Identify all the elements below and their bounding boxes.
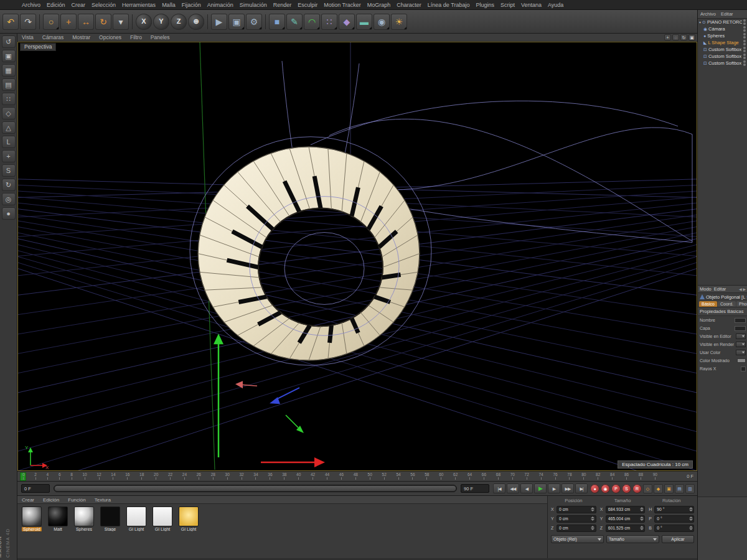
attr-select-usar-color[interactable]	[736, 350, 746, 355]
start-frame-field[interactable]: 0 F	[21, 484, 50, 493]
menu-archivo[interactable]: Archivo	[19, 1, 44, 9]
menu-animaci-n[interactable]: Animación	[204, 1, 237, 9]
stepper-arrows[interactable]	[639, 526, 644, 530]
material-gi-light-4[interactable]: GI Light	[125, 506, 148, 531]
object-row-custom-softbox-4[interactable]: ⊡Custom Softbox	[698, 46, 747, 53]
viewport-label[interactable]: Perspectiva	[20, 43, 56, 51]
attr-input-capa[interactable]	[735, 326, 746, 331]
material-thumbnail[interactable]	[100, 506, 120, 526]
stepper-down-icon[interactable]	[591, 528, 594, 530]
editor-visibility-dot[interactable]	[743, 33, 746, 35]
render-visibility-dot[interactable]	[743, 63, 746, 66]
coord-value-field[interactable]: 601.525 cm	[606, 525, 646, 532]
perspective-viewport[interactable]: YX Perspectiva Espaciado Cuadrícula : 10…	[17, 42, 697, 471]
add-modifier[interactable]: ∷	[321, 14, 337, 30]
menu-malla[interactable]: Malla	[159, 1, 179, 9]
stepper-down-icon[interactable]	[689, 519, 693, 521]
stepper-down-icon[interactable]	[640, 528, 644, 530]
object-manager-menu-editar[interactable]: Editar	[718, 11, 736, 17]
points-mode[interactable]: ∷	[2, 93, 16, 105]
expand-arrow-icon[interactable]: ▾	[699, 20, 701, 24]
lock-y-axis[interactable]: Y	[153, 14, 169, 30]
menu-simulaci-n[interactable]: Simulación	[237, 1, 270, 9]
attr-tab-phong[interactable]: Phong	[736, 301, 747, 307]
stepper-arrows[interactable]	[639, 507, 644, 511]
zoom-view[interactable]: ◌	[672, 34, 679, 40]
3d-scene-canvas[interactable]: YX	[18, 42, 697, 470]
coord-value-field[interactable]: 0 cm	[557, 506, 596, 513]
motion-mode[interactable]: ▥	[685, 484, 695, 493]
pan-view[interactable]: +	[664, 34, 671, 40]
coordinate-system[interactable]: ⊕	[188, 14, 204, 30]
stepper-up-icon[interactable]	[640, 526, 644, 528]
attr-tab-coord[interactable]: Coord.	[718, 301, 736, 307]
record-position[interactable]: P	[611, 484, 621, 493]
coord-value-field[interactable]: 90 °	[654, 506, 694, 513]
editor-visibility-dot[interactable]	[743, 54, 746, 56]
scale-tool[interactable]: ↔	[78, 14, 94, 30]
workplane-mode[interactable]: ▤	[2, 78, 16, 91]
rotate-view[interactable]: ↻	[680, 34, 687, 40]
menu-herramientas[interactable]: Herramientas	[119, 1, 159, 9]
viewport-menu-opciones[interactable]: Opciones	[95, 34, 126, 40]
attr-select-visible-en-render[interactable]	[736, 342, 746, 347]
record-scale[interactable]: S	[622, 484, 631, 493]
stepper-down-icon[interactable]	[689, 528, 693, 530]
material-thumbnail[interactable]	[48, 506, 68, 526]
enable-axis-modify[interactable]: +	[2, 150, 16, 162]
stepper-arrows[interactable]	[688, 526, 693, 530]
editor-visibility-dot[interactable]	[743, 40, 746, 42]
goto-end[interactable]: ▶|	[575, 483, 588, 493]
materials-menu-textura[interactable]: Textura	[90, 497, 115, 503]
viewport-menu-vista[interactable]: Vista	[17, 34, 38, 40]
attr-checkbox-rayos-x[interactable]	[741, 366, 746, 371]
next-key[interactable]: ▶▶	[561, 483, 574, 493]
lock-x-axis[interactable]: X	[136, 14, 152, 30]
record-keyframe[interactable]: ●	[590, 484, 599, 493]
record-parameter[interactable]: ◇	[643, 484, 652, 493]
stepper-arrows[interactable]	[591, 526, 595, 530]
object-row-custom-softbox-5[interactable]: ⊡Custom Softbox	[698, 53, 747, 60]
stepper-up-icon[interactable]	[689, 526, 693, 528]
stepper-up-icon[interactable]	[640, 507, 644, 509]
render-visibility-dot[interactable]	[743, 29, 746, 32]
render-view[interactable]: ▶	[211, 14, 227, 30]
material-stage-3[interactable]: Stage	[98, 506, 122, 531]
attr-select-visible-en-editor[interactable]	[736, 334, 746, 339]
object-row-spheres-2[interactable]: ●Spheres	[698, 32, 747, 39]
next-frame[interactable]: ▶	[548, 483, 560, 493]
visibility-toggle-dots[interactable]	[743, 19, 746, 25]
render-visibility-dot[interactable]	[743, 36, 746, 39]
edges-mode[interactable]: ◇	[2, 107, 16, 119]
model-mode[interactable]: ▣	[2, 50, 16, 62]
last-used-tool[interactable]: ▾	[113, 14, 129, 30]
record-pla[interactable]: ◆	[654, 484, 663, 493]
viewport-filter[interactable]: ◎	[2, 193, 16, 205]
material-spheres-2[interactable]: Spheres	[72, 506, 96, 531]
stepper-arrows[interactable]	[591, 516, 595, 521]
object-row-custom-softbox-6[interactable]: ⊡Custom Softbox	[698, 60, 747, 67]
coord-mode-select[interactable]: Objeto (Rel)	[551, 535, 604, 543]
rotate-tool[interactable]: ↻	[95, 14, 111, 30]
material-thumbnail[interactable]	[126, 506, 146, 526]
add-camera[interactable]: ◉	[374, 14, 390, 30]
visibility-toggle-dots[interactable]	[743, 33, 746, 39]
material-gi-light-5[interactable]: GI Light	[151, 506, 174, 531]
lock-z-axis[interactable]: Z	[171, 14, 187, 30]
stepper-arrows[interactable]	[591, 507, 595, 511]
menu-script[interactable]: Script	[497, 1, 518, 9]
materials-menu-funci-n[interactable]: Función	[63, 497, 90, 503]
stepper-arrows[interactable]	[688, 507, 693, 511]
stepper-up-icon[interactable]	[640, 516, 644, 518]
coord-value-field[interactable]: 0 °	[654, 515, 694, 523]
editor-visibility-dot[interactable]	[743, 47, 746, 49]
viewport-menu-filtro[interactable]: Filtro	[126, 34, 146, 40]
stepper-arrows[interactable]	[639, 516, 644, 521]
stepper-up-icon[interactable]	[689, 516, 693, 518]
menu-mograph[interactable]: MoGraph	[364, 1, 394, 9]
stepper-up-icon[interactable]	[591, 526, 594, 528]
render-visibility-dot[interactable]	[743, 22, 746, 25]
visibility-toggle-dots[interactable]	[743, 26, 746, 32]
live-selection-tool[interactable]: ○	[43, 14, 59, 30]
editor-visibility-dot[interactable]	[743, 26, 746, 29]
